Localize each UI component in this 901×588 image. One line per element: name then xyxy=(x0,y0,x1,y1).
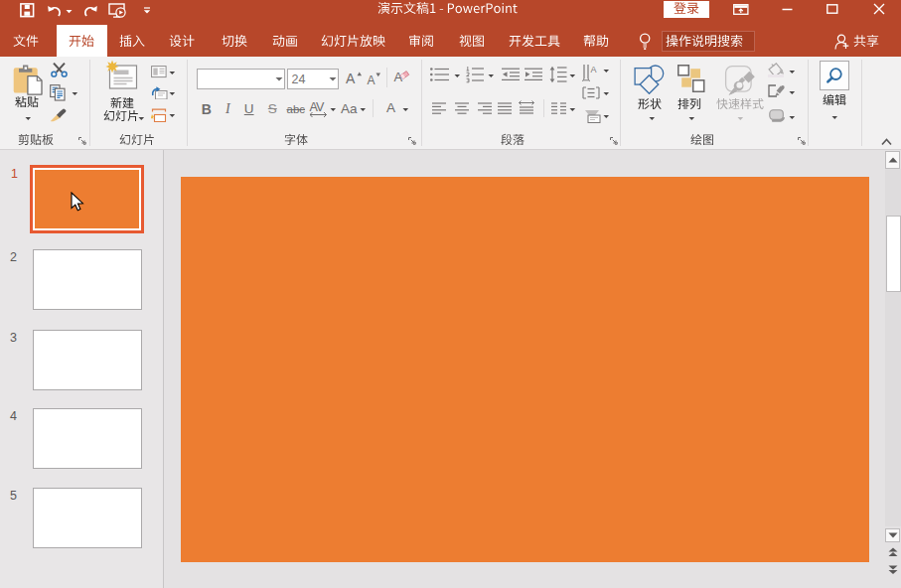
svg-text:A: A xyxy=(591,65,597,74)
